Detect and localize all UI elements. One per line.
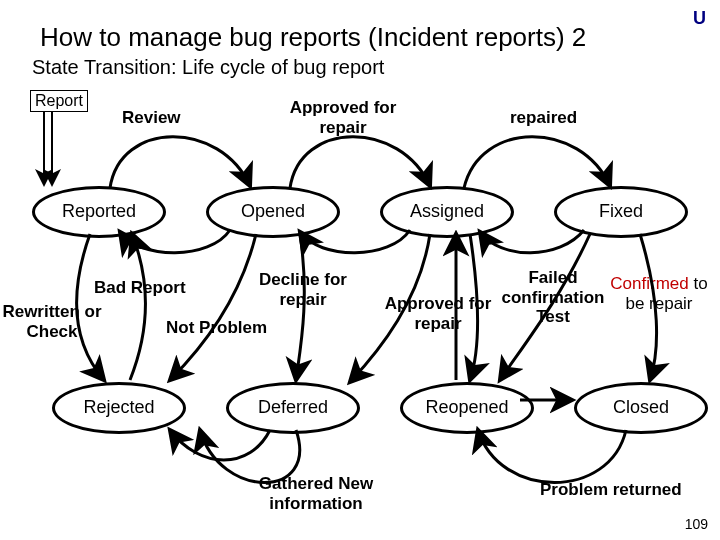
label-approved-mid: Approved forrepair <box>378 294 498 333</box>
page-title: How to manage bug reports (Incident repo… <box>40 22 586 53</box>
report-box: Report <box>30 90 88 112</box>
slide-number: 109 <box>685 516 708 532</box>
state-closed: Closed <box>574 382 708 434</box>
label-gathered: Gathered Newinformation <box>246 474 386 513</box>
state-fixed: Fixed <box>554 186 688 238</box>
state-opened: Opened <box>206 186 340 238</box>
label-problem-returned: Problem returned <box>540 480 682 500</box>
state-rejected: Rejected <box>52 382 186 434</box>
label-failed-test: FailedconfirmationTest <box>498 268 608 327</box>
page-subtitle: State Transition: Life cycle of bug repo… <box>32 56 384 79</box>
label-repaired: repaired <box>510 108 577 128</box>
state-assigned: Assigned <box>380 186 514 238</box>
label-decline: Decline forrepair <box>248 270 358 309</box>
corner-letter: U <box>693 8 706 29</box>
label-approved-top: Approved forrepair <box>278 98 408 137</box>
state-deferred: Deferred <box>226 382 360 434</box>
label-review: Review <box>122 108 181 128</box>
arrows-layer <box>0 0 720 540</box>
label-rewritten: Rewritten orCheck <box>2 302 102 341</box>
state-reported: Reported <box>32 186 166 238</box>
label-not-problem: Not Problem <box>166 318 267 338</box>
label-confirmed-red: Confirmed <box>610 274 688 293</box>
state-reopened: Reopened <box>400 382 534 434</box>
label-bad-report: Bad Report <box>94 278 186 298</box>
label-confirmed: Confirmed tobe repair <box>604 274 714 313</box>
